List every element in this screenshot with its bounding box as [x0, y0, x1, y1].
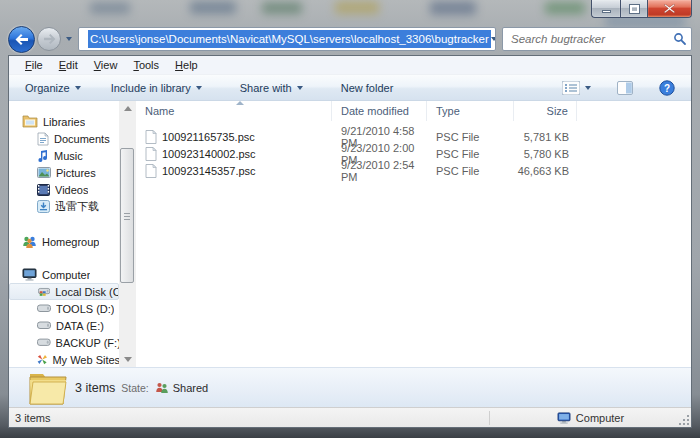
pictures-icon [37, 167, 51, 178]
search-input[interactable] [511, 33, 673, 45]
address-path-text[interactable]: C:\Users\jonse\Documents\Navicat\MySQL\s… [88, 30, 491, 48]
column-header-type[interactable]: Type [427, 101, 514, 121]
share-with-label: Share with [240, 82, 292, 94]
sidebar-item-videos[interactable]: Videos [9, 181, 119, 198]
drive-icon [37, 338, 51, 347]
glass-reflection [430, 1, 476, 15]
drive-icon [37, 304, 51, 313]
file-row[interactable]: 100923145357.psc 9/23/2010 2:54 PM PSC F… [136, 162, 691, 179]
resize-grip[interactable] [678, 414, 690, 426]
close-button[interactable] [647, 0, 692, 18]
sidebar-item-pictures[interactable]: Pictures [9, 164, 119, 181]
file-name: 100921165735.psc [162, 131, 255, 143]
details-pane: 3 items State: Shared [9, 367, 691, 407]
sidebar-item-drive-e[interactable]: DATA (E:) [9, 317, 119, 334]
views-icon [562, 81, 580, 95]
sidebar-item-label: Libraries [43, 116, 85, 128]
glass-reflection [262, 2, 302, 14]
sidebar-item-label: Videos [55, 184, 88, 196]
chevron-down-icon [66, 37, 72, 41]
column-header-date-modified[interactable]: Date modified [332, 101, 427, 121]
command-bar: Organize Include in library Share with N… [9, 75, 691, 101]
recent-pages-dropdown[interactable] [63, 31, 75, 47]
web-sites-icon [37, 353, 47, 366]
chevron-down-icon [75, 86, 81, 90]
sidebar-item-libraries[interactable]: Libraries [9, 113, 119, 130]
computer-icon [22, 268, 37, 281]
menu-help[interactable]: Help [167, 57, 206, 73]
menu-edit[interactable]: Edit [51, 57, 86, 73]
change-view-button[interactable] [554, 77, 599, 99]
include-in-library-button[interactable]: Include in library [103, 78, 210, 98]
sidebar-item-documents[interactable]: Documents [9, 130, 119, 147]
back-button[interactable] [8, 26, 35, 53]
sort-ascending-icon [236, 101, 244, 105]
address-dropdown-button[interactable] [491, 28, 496, 50]
address-path[interactable]: C:\Users\jonse\Documents\Navicat\MySQL\s… [85, 28, 491, 50]
file-list-pane: Name Date modified Type Size [136, 101, 691, 367]
svg-text:?: ? [664, 82, 670, 93]
minimize-icon [602, 10, 611, 13]
forward-button[interactable] [37, 27, 61, 51]
homegroup-icon [22, 235, 37, 248]
search-icon[interactable] [673, 32, 687, 46]
sidebar-item-label: 迅雷下载 [55, 199, 99, 214]
sidebar-item-label: DATA (E:) [56, 320, 104, 332]
sidebar-item-drive-d[interactable]: TOOLS (D:) [9, 300, 119, 317]
sidebar-scrollbar[interactable] [119, 101, 136, 367]
chevron-down-icon [297, 86, 303, 90]
include-in-library-label: Include in library [111, 82, 191, 94]
close-icon [664, 4, 675, 13]
column-header-size[interactable]: Size [514, 101, 577, 121]
organize-label: Organize [25, 82, 70, 94]
sidebar-item-local-disk-c[interactable]: Local Disk (C:) [9, 283, 119, 300]
sidebar-item-my-web-sites[interactable]: My Web Sites on [9, 351, 119, 367]
documents-icon [37, 132, 49, 146]
address-bar[interactable]: C:\Users\jonse\Documents\Navicat\MySQL\s… [78, 27, 496, 51]
file-icon [145, 164, 157, 178]
scroll-down-button[interactable] [119, 352, 136, 367]
file-type: PSC File [427, 165, 514, 177]
navigation-pane: Libraries Documents Music [9, 101, 119, 367]
minimize-button[interactable] [591, 0, 620, 18]
file-icon [145, 147, 157, 161]
maximize-button[interactable] [620, 0, 647, 18]
details-item-count: 3 items [75, 381, 115, 395]
sidebar-item-thunder-download[interactable]: 迅雷下载 [9, 198, 119, 215]
glass-reflection [90, 2, 130, 14]
share-with-button[interactable]: Share with [232, 78, 311, 98]
status-item-count: 3 items [9, 412, 489, 424]
sidebar-item-label: BACKUP (F:) [56, 337, 119, 349]
scrollbar-thumb[interactable] [120, 148, 134, 283]
sidebar-item-label: TOOLS (D:) [56, 303, 114, 315]
help-icon: ? [659, 80, 675, 96]
menu-view[interactable]: View [86, 57, 126, 73]
scroll-down-icon [124, 357, 132, 362]
search-box[interactable] [502, 27, 692, 51]
glass-reflection [545, 2, 585, 14]
column-label: Name [145, 105, 174, 117]
drive-c-icon [38, 286, 50, 297]
file-date: 9/23/2010 2:54 PM [332, 159, 427, 183]
sidebar-item-drive-f[interactable]: BACKUP (F:) [9, 334, 119, 351]
sidebar-item-music[interactable]: Music [9, 147, 119, 164]
help-button[interactable]: ? [651, 76, 683, 100]
scrollbar-track[interactable] [119, 116, 136, 352]
details-state-label: State: [121, 382, 148, 394]
new-folder-button[interactable]: New folder [333, 78, 402, 98]
column-header-name[interactable]: Name [136, 101, 332, 121]
chevron-down-icon [196, 86, 202, 90]
sidebar-item-label: My Web Sites on [52, 354, 119, 366]
preview-pane-button[interactable] [609, 77, 641, 99]
menu-tools[interactable]: Tools [125, 57, 167, 73]
scroll-up-button[interactable] [119, 101, 136, 116]
menu-file[interactable]: File [17, 57, 51, 73]
sidebar-item-label: Computer [42, 269, 90, 281]
file-size: 5,780 KB [514, 148, 577, 160]
chevron-down-icon [491, 37, 496, 41]
libraries-icon [22, 115, 38, 128]
organize-button[interactable]: Organize [17, 78, 89, 98]
sidebar-item-computer[interactable]: Computer [9, 266, 119, 283]
sidebar-item-homegroup[interactable]: Homegroup [9, 233, 119, 250]
preview-pane-icon [617, 81, 633, 95]
